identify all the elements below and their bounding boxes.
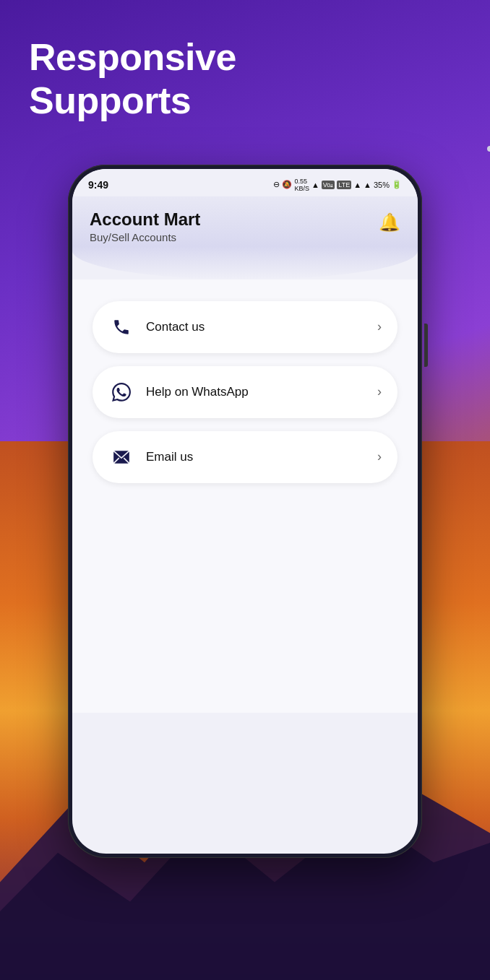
whatsapp-help-left: Help on WhatsApp xyxy=(108,379,249,405)
lte-icon: LTE xyxy=(337,181,351,189)
notification-bell-icon[interactable]: 🔔 xyxy=(379,212,400,233)
dnd-icon: ⊖ xyxy=(273,180,280,189)
mute-icon: 🔕 xyxy=(282,180,292,189)
dot-indicator xyxy=(487,146,490,152)
data-speed: 0.55KB/S xyxy=(294,178,309,192)
phone-mockup: 9:49 ⊖ 🔕 0.55KB/S ▲ Vo₄ LTE ▲ ▲ 35% 🔋 xyxy=(0,165,490,858)
app-header: Account Mart Buy/Sell Accounts 🔔 xyxy=(72,196,418,279)
phone-frame: 9:49 ⊖ 🔕 0.55KB/S ▲ Vo₄ LTE ▲ ▲ 35% 🔋 xyxy=(68,165,422,858)
battery-text: 35% xyxy=(374,181,390,189)
contact-us-left: Contact us xyxy=(108,314,205,340)
whatsapp-help-item[interactable]: Help on WhatsApp › xyxy=(93,366,397,418)
phone-side-button xyxy=(424,324,428,367)
status-icons: ⊖ 🔕 0.55KB/S ▲ Vo₄ LTE ▲ ▲ 35% 🔋 xyxy=(273,178,402,192)
status-time: 9:49 xyxy=(88,179,108,191)
content-area: Contact us › Help on WhatsApp › xyxy=(72,279,418,713)
whatsapp-help-label: Help on WhatsApp xyxy=(146,385,249,399)
signal1-icon: ▲ xyxy=(353,181,361,189)
contact-us-item[interactable]: Contact us › xyxy=(93,301,397,353)
wifi-icon: ▲ xyxy=(311,181,319,189)
volte-icon: Vo₄ xyxy=(322,181,335,189)
header-top: Account Mart Buy/Sell Accounts 🔔 xyxy=(90,209,400,243)
app-title: Account Mart xyxy=(90,209,200,230)
app-subtitle: Buy/Sell Accounts xyxy=(90,231,200,243)
email-us-item[interactable]: Email us › xyxy=(93,431,397,483)
email-icon xyxy=(108,444,134,470)
status-bar: 9:49 ⊖ 🔕 0.55KB/S ▲ Vo₄ LTE ▲ ▲ 35% 🔋 xyxy=(72,169,418,196)
hero-title: ResponsiveSupports xyxy=(29,36,461,123)
email-us-chevron-icon: › xyxy=(377,449,382,464)
email-us-label: Email us xyxy=(146,450,193,464)
app-identity: Account Mart Buy/Sell Accounts xyxy=(90,209,200,243)
signal2-icon: ▲ xyxy=(364,181,371,189)
contact-us-label: Contact us xyxy=(146,320,205,334)
contact-us-chevron-icon: › xyxy=(377,319,382,334)
hero-section: ResponsiveSupports xyxy=(0,0,490,137)
whatsapp-icon xyxy=(108,379,134,405)
battery-icon: 🔋 xyxy=(392,180,402,189)
whatsapp-help-chevron-icon: › xyxy=(377,384,382,399)
phone-icon xyxy=(108,314,134,340)
phone-screen: 9:49 ⊖ 🔕 0.55KB/S ▲ Vo₄ LTE ▲ ▲ 35% 🔋 xyxy=(72,169,418,854)
email-us-left: Email us xyxy=(108,444,193,470)
